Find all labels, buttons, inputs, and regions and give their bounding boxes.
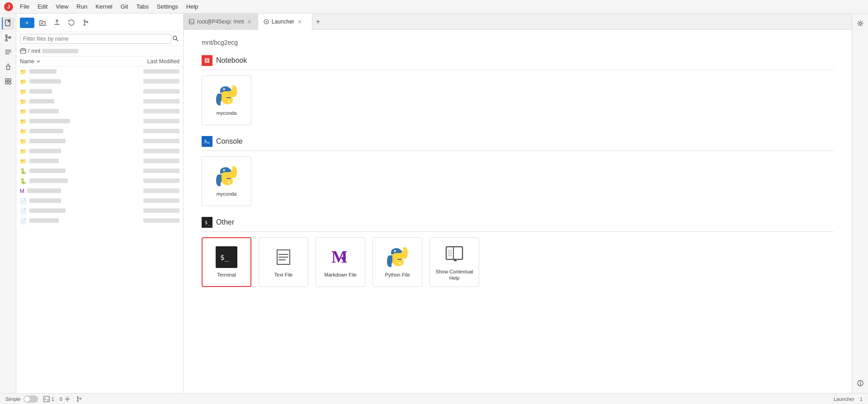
svg-point-33 <box>77 396 78 398</box>
card-python-file[interactable]: Python File <box>373 237 422 287</box>
list-item[interactable]: 📁 <box>16 136 183 146</box>
list-item[interactable]: 📁 <box>16 87 183 97</box>
plus-icon: + <box>25 19 29 26</box>
search-input[interactable] <box>20 34 171 44</box>
menu-help[interactable]: Help <box>183 2 202 11</box>
svg-point-18 <box>223 88 225 90</box>
list-item[interactable]: 📁 <box>16 146 183 156</box>
terminal-status: 1 <box>43 396 54 402</box>
file-list: 📁 📁 📁 📁 📁 📁 📁 📁 📁 📁 🐍 🐍 M 📄 📄 📄 <box>16 67 183 393</box>
menu-settings[interactable]: Settings <box>153 2 182 11</box>
mode-toggle-switch[interactable] <box>24 395 38 403</box>
search-button[interactable] <box>171 34 179 44</box>
sidebar-btn-extensions[interactable] <box>2 75 14 88</box>
python-file-label: Python File <box>385 272 410 278</box>
list-item[interactable]: 📄 <box>16 196 183 206</box>
tab-terminal-close[interactable]: × <box>247 19 252 25</box>
right-info-btn[interactable] <box>854 377 867 390</box>
list-item[interactable]: 📁 <box>16 127 183 136</box>
markdown-card-icon: M <box>330 246 351 268</box>
new-file-button[interactable]: + + <box>20 18 34 28</box>
status-bar: Simple 1 0 Launcher 1 <box>0 393 868 404</box>
new-folder-button[interactable] <box>36 16 49 29</box>
svg-text:J: J <box>7 4 10 9</box>
svg-rect-16 <box>189 19 194 24</box>
menu-git[interactable]: Git <box>117 2 132 11</box>
list-item[interactable]: 📄 <box>16 206 183 216</box>
card-markdown-file[interactable]: M Markdown File <box>316 237 365 287</box>
card-myconda-notebook[interactable]: myconda <box>202 75 251 125</box>
breadcrumb-separator: / <box>28 48 29 54</box>
folder-icon: 📁 <box>20 89 27 95</box>
svg-rect-8 <box>9 79 11 81</box>
menu-kernel[interactable]: Kernel <box>92 2 116 11</box>
terminal-status-icon <box>43 396 50 402</box>
left-activity-bar <box>0 14 16 393</box>
column-header-name[interactable]: Name <box>20 58 125 65</box>
column-header-modified[interactable]: Last Modified <box>125 58 179 65</box>
sidebar-btn-files[interactable] <box>2 17 14 30</box>
menubar: J File Edit View Run Kernel Git Tabs Set… <box>0 0 868 14</box>
upload-button[interactable] <box>51 16 63 29</box>
refresh-button[interactable] <box>65 16 78 29</box>
simple-label: Simple <box>5 396 21 402</box>
svg-point-29 <box>859 23 861 25</box>
text-file-card-icon <box>273 246 294 268</box>
other-section-header: $_ Other <box>202 217 834 232</box>
list-item[interactable]: 🐍 <box>16 166 183 176</box>
tab-add-button[interactable]: + <box>312 14 324 29</box>
list-item[interactable]: 📁 <box>16 77 183 87</box>
terminal-tab-icon <box>189 19 194 24</box>
sidebar-btn-debugger[interactable] <box>2 61 14 73</box>
list-item[interactable]: 📁 <box>16 107 183 117</box>
list-item[interactable]: 📁 <box>16 117 183 127</box>
tab-launcher-close[interactable]: × <box>297 19 302 25</box>
markdown-icon: M <box>20 188 24 194</box>
folder-icon: 📁 <box>20 99 27 105</box>
list-item[interactable]: 📁 <box>16 156 183 166</box>
settings-status-icon <box>64 396 71 402</box>
app-logo: J <box>4 2 14 12</box>
menu-tabs[interactable]: Tabs <box>132 2 152 11</box>
git-button[interactable] <box>80 16 92 29</box>
console-cards: myconda <box>202 156 834 206</box>
right-settings-btn[interactable] <box>854 17 867 30</box>
list-item[interactable]: 📁 <box>16 67 183 77</box>
terminal-count: 1 <box>52 396 54 402</box>
launcher-content: mnt/bcg2ecg Notebook <box>184 30 852 393</box>
svg-point-11 <box>84 20 85 21</box>
svg-rect-31 <box>44 396 49 402</box>
card-myconda-console[interactable]: myconda <box>202 156 251 206</box>
menu-run[interactable]: Run <box>73 2 91 11</box>
python-file-icon: 🐍 <box>20 168 27 174</box>
menu-view[interactable]: View <box>52 2 72 11</box>
branch-status <box>76 396 82 402</box>
notebook-section-icon <box>202 55 212 66</box>
tab-launcher-label: Launcher <box>272 19 294 25</box>
menu-file[interactable]: File <box>16 2 33 11</box>
simple-toggle[interactable]: Simple <box>5 395 38 403</box>
file-icon: 📄 <box>20 198 27 204</box>
svg-point-5 <box>5 39 7 41</box>
sidebar-btn-toc[interactable] <box>2 46 14 59</box>
list-item[interactable]: 📄 <box>16 216 183 226</box>
list-item[interactable]: 🐍 <box>16 176 183 186</box>
folder-icon: 📁 <box>20 158 27 164</box>
tab-launcher[interactable]: Launcher × <box>258 14 312 30</box>
python-file-card-icon <box>387 246 408 268</box>
breadcrumb-extra <box>42 49 78 53</box>
main-layout: + + / mnt <box>0 14 868 393</box>
list-item[interactable]: M <box>16 186 183 196</box>
tab-terminal[interactable]: root@P45exp: /mnt × <box>184 14 258 29</box>
text-file-label: Text File <box>274 272 293 278</box>
myconda-notebook-label: myconda <box>217 110 237 116</box>
list-item[interactable]: 📁 <box>16 97 183 107</box>
card-terminal[interactable]: $_ Terminal <box>202 237 251 287</box>
card-contextual-help[interactable]: Show Contextual Help <box>429 237 479 287</box>
svg-rect-10 <box>9 82 11 84</box>
menu-edit[interactable]: Edit <box>34 2 51 11</box>
git-branch-icon <box>76 396 82 402</box>
breadcrumb-dir[interactable]: mnt <box>31 48 40 54</box>
sidebar-btn-git[interactable] <box>2 32 14 44</box>
card-text-file[interactable]: Text File <box>259 237 308 287</box>
